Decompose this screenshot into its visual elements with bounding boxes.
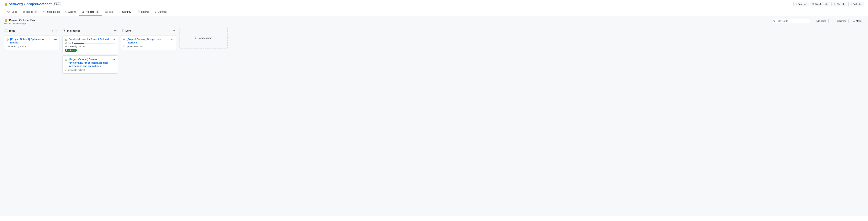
tab-security[interactable]: 🛡 Security xyxy=(116,8,134,16)
tab-settings-label: Settings xyxy=(158,10,167,13)
card-3-menu-button[interactable]: ••• xyxy=(112,58,116,61)
star-count: 0 xyxy=(842,3,845,5)
todo-count: 1 xyxy=(4,29,8,32)
heart-icon: ♥ xyxy=(796,3,797,5)
security-icon: 🛡 xyxy=(119,10,121,13)
column-in-progress: 2 In progress + ••• ◎ Front-end work for… xyxy=(62,28,118,75)
wiki-icon: 📖 xyxy=(105,10,107,13)
card-3-title[interactable]: [Project Octocat] Develop functionality … xyxy=(69,58,111,68)
todo-add-button[interactable]: + xyxy=(51,29,54,32)
add-column-plus-icon: + xyxy=(195,37,196,39)
board-header: 🔒 Project Octocat Board Updated 2 minute… xyxy=(4,19,864,25)
tab-settings[interactable]: ⚙ Settings xyxy=(152,8,169,16)
column-in-progress-header-left: 2 In progress xyxy=(62,29,81,32)
add-column-placeholder[interactable]: + + Add column xyxy=(179,28,228,49)
card-2-progress-fill xyxy=(74,43,84,44)
star-button[interactable]: ☆ Star 0 xyxy=(831,2,847,6)
projects-icon: ⊞ xyxy=(82,10,84,13)
card-4-meta: #2 opened by octocat xyxy=(123,45,174,48)
tab-pull-requests[interactable]: ⑂ Pull requests xyxy=(40,8,62,16)
column-todo-header-left: 1 To do xyxy=(4,29,15,32)
repo-org-link[interactable]: octo-org xyxy=(9,2,23,6)
card-2-progress-bar xyxy=(74,43,116,44)
tab-code-label: Code xyxy=(11,10,17,13)
add-cards-label: + Add cards xyxy=(814,20,826,22)
card-develop-functionality: ◎ [Project Octocat] Develop functionalit… xyxy=(62,55,118,74)
tab-actions[interactable]: ▷ Actions xyxy=(62,8,79,16)
star-icon: ☆ xyxy=(834,3,836,5)
add-cards-button[interactable]: + Add cards xyxy=(812,19,829,23)
todo-title: To do xyxy=(9,29,15,32)
issues-count: 3 xyxy=(34,10,38,13)
done-menu-button[interactable]: ••• xyxy=(172,29,176,32)
card-3-status-icon: ◎ xyxy=(65,58,67,61)
card-2-menu-button[interactable]: ••• xyxy=(112,37,116,41)
tab-pr-label: Pull requests xyxy=(45,10,60,13)
menu-icon: ☰ xyxy=(853,20,855,22)
card-2-title[interactable]: Front-end work for Project Octocat xyxy=(69,37,109,41)
issues-icon: ⊙ xyxy=(23,10,25,13)
repo-slash: / xyxy=(24,2,25,6)
card-4-title[interactable]: [Project Octocat] Design user interface xyxy=(127,37,169,44)
tab-security-label: Security xyxy=(122,10,131,13)
fullscreen-label: Fullscreen xyxy=(836,20,846,22)
filter-cards-input[interactable] xyxy=(772,19,810,23)
actions-icon: ▷ xyxy=(65,10,67,13)
fork-count: 0 xyxy=(858,3,862,5)
tab-projects[interactable]: ⊞ Projects 1 xyxy=(79,8,102,16)
top-actions: ♥ Sponsor 👁 Watch ▾ 0 ☆ Star 0 ⑂ Fork 0 xyxy=(793,2,864,6)
fullscreen-button[interactable]: ⛶ Fullscreen xyxy=(831,19,849,23)
in-progress-count: 2 xyxy=(62,29,66,32)
tab-actions-label: Actions xyxy=(68,10,76,13)
kanban-board: 1 To do + ••• ◎ [Project Octocat] Optimi… xyxy=(4,28,864,75)
board-lock-icon: 🔒 xyxy=(4,19,8,22)
tab-wiki[interactable]: 📖 Wiki xyxy=(102,8,116,16)
menu-label: Menu xyxy=(856,20,862,22)
tab-wiki-label: Wiki xyxy=(109,10,113,13)
watch-label: Watch xyxy=(815,3,822,5)
card-frontend-work: ◎ Front-end work for Project Octocat •••… xyxy=(62,35,118,54)
card-4-header: ⊗ [Project Octocat] Design user interfac… xyxy=(123,37,174,44)
card-4-menu-button[interactable]: ••• xyxy=(170,37,174,41)
in-progress-add-button[interactable]: + xyxy=(110,29,112,32)
eye-icon: 👁 xyxy=(812,3,814,5)
tab-insights[interactable]: 📈 Insights xyxy=(134,8,152,16)
tab-issues[interactable]: ⊙ Issues 3 xyxy=(20,8,40,16)
main-content: 🔒 Project Octocat Board Updated 2 minute… xyxy=(0,16,868,216)
in-progress-menu-button[interactable]: ••• xyxy=(113,29,117,32)
done-column-actions: + ••• xyxy=(168,29,176,32)
private-badge: Private xyxy=(53,2,62,6)
top-bar: 🔒 octo-org / project-octocat Private ♥ S… xyxy=(0,0,868,8)
lock-icon: 🔒 xyxy=(4,2,8,6)
checklist-icon: ☑ xyxy=(65,42,67,44)
tab-code[interactable]: </> Code xyxy=(4,8,20,16)
column-todo-header: 1 To do + ••• xyxy=(4,28,60,34)
board-subtitle: Updated 2 minutes ago xyxy=(4,22,38,25)
card-1-title[interactable]: [Project Octocat] Optimize for mobile xyxy=(10,37,52,44)
card-2-progress-text: 1 of 4 xyxy=(68,42,73,44)
card-3-title-row: ◎ [Project Octocat] Develop functionalit… xyxy=(65,58,111,68)
code-icon: </> xyxy=(7,10,10,13)
sponsor-button[interactable]: ♥ Sponsor xyxy=(793,2,808,6)
in-progress-column-actions: + ••• xyxy=(110,29,117,32)
card-4-status-icon: ⊗ xyxy=(123,38,125,41)
board-title: 🔒 Project Octocat Board xyxy=(4,19,38,22)
add-column-label: + Add column xyxy=(197,37,212,39)
tab-projects-label: Projects xyxy=(85,10,94,13)
repo-name-link[interactable]: project-octocat xyxy=(27,2,52,6)
fork-button[interactable]: ⑂ Fork 0 xyxy=(848,2,864,6)
star-label: Star xyxy=(837,3,841,5)
tab-insights-label: Insights xyxy=(141,10,149,13)
fork-icon: ⑂ xyxy=(850,3,852,5)
watch-button[interactable]: 👁 Watch ▾ 0 xyxy=(810,2,830,6)
done-title: Done xyxy=(125,29,132,32)
menu-button[interactable]: ☰ Menu xyxy=(850,19,864,23)
tab-issues-label: Issues xyxy=(26,10,33,13)
card-1-meta: #4 opened by octocat xyxy=(6,45,58,48)
card-1-menu-button[interactable]: ••• xyxy=(54,37,58,41)
done-add-button[interactable]: + xyxy=(168,29,170,32)
column-todo: 1 To do + ••• ◎ [Project Octocat] Optimi… xyxy=(4,28,60,51)
todo-menu-button[interactable]: ••• xyxy=(55,29,59,32)
card-3-header: ◎ [Project Octocat] Develop functionalit… xyxy=(65,58,116,68)
projects-count: 1 xyxy=(95,10,99,13)
